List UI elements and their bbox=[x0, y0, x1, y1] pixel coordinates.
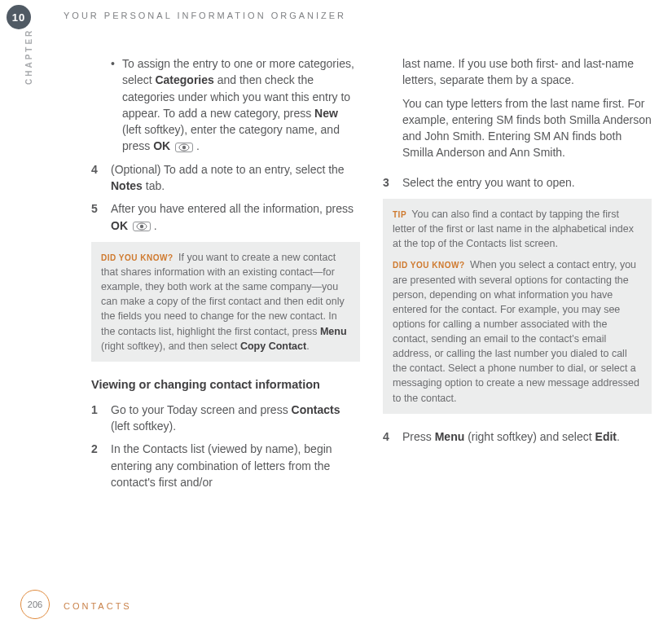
page-footer: 206 CONTACTS bbox=[0, 591, 672, 619]
content-columns: • To assign the entry to one or more cat… bbox=[91, 55, 652, 497]
chapter-number-badge: 10 bbox=[7, 5, 31, 29]
step-number: 2 bbox=[91, 441, 111, 490]
did-you-know-box-1: DID YOU KNOW? If you want to create a ne… bbox=[91, 242, 360, 362]
step-number: 5 bbox=[91, 200, 111, 234]
step-number: 4 bbox=[91, 161, 111, 195]
step-4: 4 (Optional) To add a note to an entry, … bbox=[91, 161, 360, 195]
dyk-label: DID YOU KNOW? bbox=[393, 261, 465, 270]
step-number-empty bbox=[383, 55, 402, 168]
view-step-1: 1 Go to your Today screen and press Cont… bbox=[91, 402, 360, 435]
view-step-4: 4 Press Menu (right softkey) and select … bbox=[383, 428, 652, 445]
ok-button-icon bbox=[133, 222, 151, 231]
left-column: • To assign the entry to one or more cat… bbox=[91, 55, 360, 497]
step-text: (Optional) To add a note to an entry, se… bbox=[111, 161, 360, 195]
step-number: 3 bbox=[383, 174, 402, 191]
step-number: 4 bbox=[383, 428, 402, 445]
tip-label: TIP bbox=[393, 210, 406, 219]
page-header-title: YOUR PERSONAL INFORMATION ORGANIZER bbox=[64, 11, 346, 20]
svg-point-3 bbox=[140, 225, 143, 228]
dyk-label: DID YOU KNOW? bbox=[101, 253, 173, 262]
right-column: last name. If you use both first- and la… bbox=[383, 55, 652, 497]
bullet-text: To assign the entry to one or more categ… bbox=[122, 55, 360, 155]
step-text: Go to your Today screen and press Contac… bbox=[111, 402, 360, 435]
view-step-2: 2 In the Contacts list (viewed by name),… bbox=[91, 441, 360, 490]
step-text: In the Contacts list (viewed by name), b… bbox=[111, 441, 360, 490]
svg-point-1 bbox=[182, 146, 186, 149]
step-text: Press Menu (right softkey) and select Ed… bbox=[402, 428, 652, 445]
chapter-side-label: CHAPTER bbox=[24, 29, 33, 85]
step-text: After you have entered all the informati… bbox=[111, 200, 360, 234]
step-5: 5 After you have entered all the informa… bbox=[91, 200, 360, 234]
ok-button-icon bbox=[175, 143, 193, 152]
view-step-2-cont: last name. If you use both first- and la… bbox=[383, 55, 652, 168]
view-step-3: 3 Select the entry you want to open. bbox=[383, 174, 652, 191]
period: . bbox=[193, 139, 200, 152]
bullet-categories: • To assign the entry to one or more cat… bbox=[91, 55, 360, 155]
step-number: 1 bbox=[91, 402, 111, 435]
step-text: Select the entry you want to open. bbox=[402, 174, 652, 191]
section-heading-viewing: Viewing or changing contact information bbox=[91, 376, 360, 393]
footer-section-label: CONTACTS bbox=[64, 601, 132, 611]
step-text: last name. If you use both first- and la… bbox=[402, 55, 652, 168]
page-number-badge: 206 bbox=[20, 590, 50, 619]
period: . bbox=[151, 219, 157, 232]
tip-and-dyk-box: TIP You can also find a contact by tappi… bbox=[383, 199, 652, 414]
bullet-dot-icon: • bbox=[111, 55, 122, 155]
